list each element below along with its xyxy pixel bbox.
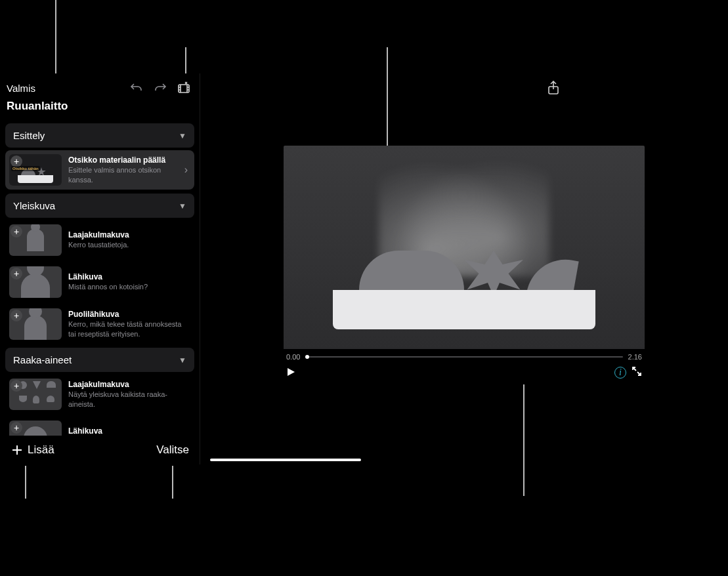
shot-item-wide[interactable]: + Laajakulmakuva Kerro taustatietoja. — [5, 220, 194, 260]
add-label: Lisää — [28, 443, 54, 457]
shot-thumbnail: + — [9, 266, 62, 298]
shot-thumbnail: + — [9, 308, 62, 340]
section-header-overview[interactable]: Yleiskuva ▼ — [5, 194, 194, 218]
viewer-area: 0.00 2.16 i — [200, 73, 728, 464]
scrubber-track[interactable] — [305, 356, 622, 358]
shot-desc: Kerro, mikä tekee tästä annoksesta tai r… — [68, 319, 190, 339]
duration: 2.16 — [628, 353, 642, 361]
section-header-intro[interactable]: Esittely ▼ — [5, 123, 194, 148]
shot-thumbnail: + — [9, 421, 62, 436]
shot-desc: Kerro taustatietoja. — [68, 240, 190, 249]
shot-item-title-over-media[interactable]: + Otsikko tähän Otsikko materiaalin pääl… — [5, 150, 194, 190]
shot-item-medium[interactable]: + Puolilähikuva Kerro, mikä tekee tästä … — [5, 304, 194, 344]
callout-line-add — [25, 466, 26, 499]
fullscreen-icon[interactable] — [632, 366, 642, 379]
play-icon[interactable] — [286, 367, 295, 379]
playhead[interactable] — [305, 355, 309, 359]
sidebar: Valmis Ruuanlaitto Esittely ▼ — [0, 73, 200, 464]
chevron-down-icon: ▼ — [179, 201, 186, 211]
storyboard-toggle-icon[interactable] — [175, 79, 193, 97]
add-media-icon[interactable]: + — [11, 268, 22, 279]
select-button[interactable]: Valitse — [156, 443, 189, 457]
info-icon[interactable]: i — [614, 367, 626, 379]
sidebar-topbar: Valmis — [0, 73, 200, 100]
shot-desc: Mistä annos on kotoisin? — [68, 282, 190, 291]
app-window: Valmis Ruuanlaitto Esittely ▼ — [0, 73, 728, 464]
shot-thumbnail: + — [9, 379, 62, 410]
shot-item-ingredients-wide[interactable]: + Laajakulmakuva Näytä yleiskuva kaikist… — [5, 375, 194, 414]
shot-thumbnail: + — [9, 224, 62, 256]
scrubber[interactable]: 0.00 2.16 — [284, 349, 645, 365]
add-media-icon[interactable]: + — [11, 310, 22, 321]
done-button[interactable]: Valmis — [7, 83, 35, 94]
shot-thumbnail: + Otsikko tähän — [9, 154, 62, 186]
section-title: Esittely — [13, 130, 45, 141]
sidebar-bottom-bar: Lisää Valitse — [0, 436, 200, 464]
shot-title: Laajakulmakuva — [68, 380, 190, 389]
chevron-down-icon: ▼ — [179, 131, 186, 140]
overlay-title-text: Otsikko tähän — [11, 166, 40, 171]
shot-desc: Esittele valmis annos otsikon kanssa. — [68, 165, 178, 184]
section-title: Yleiskuva — [13, 200, 55, 211]
add-media-icon[interactable]: + — [11, 380, 22, 392]
chevron-down-icon: ▼ — [179, 356, 186, 365]
redo-icon[interactable] — [151, 79, 169, 97]
viewer: 0.00 2.16 i — [284, 146, 645, 383]
shot-title: Otsikko materiaalin päällä — [68, 155, 178, 165]
bowl-graphic — [333, 264, 595, 329]
add-media-icon[interactable]: + — [11, 422, 22, 434]
shot-item-closeup[interactable]: + Lähikuva Mistä annos on kotoisin? — [5, 262, 194, 302]
current-time: 0.00 — [286, 353, 300, 361]
shot-title: Laajakulmakuva — [68, 230, 190, 239]
chevron-right-icon: › — [184, 164, 190, 176]
callout-line-select — [172, 466, 173, 499]
shot-list[interactable]: Esittely ▼ + Otsikko tähän Otsikko mater… — [0, 119, 200, 436]
viewer-canvas[interactable] — [284, 146, 645, 349]
section-header-ingredients[interactable]: Raaka-aineet ▼ — [5, 348, 194, 372]
undo-icon[interactable] — [127, 79, 146, 97]
shot-item-ingredient-close-1[interactable]: + Lähikuva Näytä ja kuvaile raaka-aine 1… — [5, 417, 194, 436]
viewer-controls: i — [284, 365, 645, 383]
share-icon[interactable] — [544, 79, 563, 97]
callout-line-done — [55, 0, 56, 73]
shot-desc: Näytä yleiskuva kaikista raaka-aineista. — [68, 390, 190, 409]
project-title: Ruuanlaitto — [0, 100, 200, 119]
home-indicator — [210, 459, 361, 461]
shot-title: Lähikuva — [68, 426, 190, 436]
shot-title: Lähikuva — [68, 272, 190, 281]
add-media-icon[interactable]: + — [11, 226, 22, 237]
section-title: Raaka-aineet — [13, 354, 72, 365]
add-button[interactable]: Lisää — [11, 443, 54, 457]
shot-title: Puolilähikuva — [68, 310, 190, 319]
